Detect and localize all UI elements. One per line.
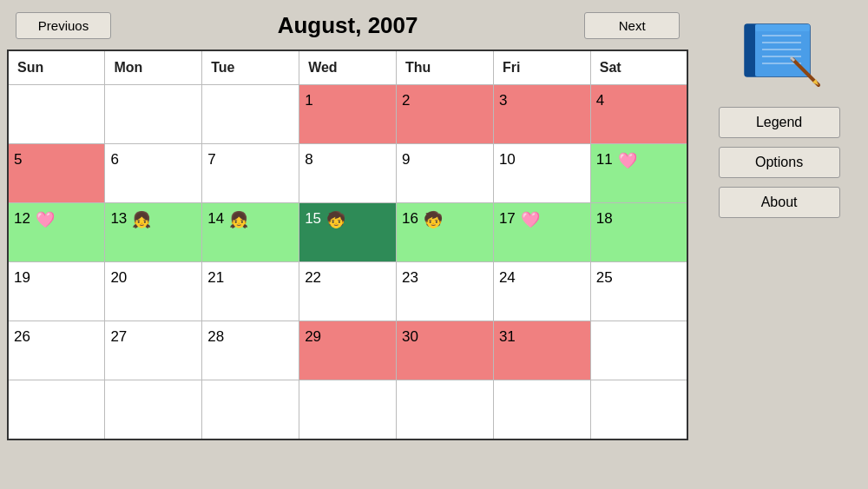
day-number: 3: [499, 92, 507, 109]
calendar-cell[interactable]: 4: [590, 85, 687, 144]
calendar-cell[interactable]: 14👧: [202, 203, 299, 262]
calendar-cell[interactable]: [202, 85, 299, 144]
month-title: August, 2007: [278, 12, 418, 39]
calendar-cell[interactable]: [299, 380, 397, 439]
calendar-table: Sun Mon Tue Wed Thu Fri Sat 123456789101…: [7, 50, 688, 440]
day-number: 27: [110, 328, 127, 346]
day-number: 10: [499, 151, 516, 169]
calendar-cell[interactable]: 6: [105, 144, 202, 203]
calendar-cell[interactable]: [202, 380, 299, 439]
girl-icon: 👧: [132, 210, 151, 229]
calendar-row: 1234: [8, 85, 687, 144]
day-number: 22: [305, 269, 321, 287]
day-number: 9: [402, 151, 410, 169]
calendar-cell[interactable]: [8, 85, 105, 144]
day-number: 13: [110, 210, 127, 228]
calendar-cell[interactable]: 28: [202, 321, 299, 380]
day-number: 28: [207, 328, 224, 346]
day-number: 25: [596, 269, 613, 287]
weekday-header-row: Sun Mon Tue Wed Thu Fri Sat: [8, 50, 687, 85]
calendar-cell[interactable]: 30: [397, 321, 494, 380]
header-fri: Fri: [493, 50, 590, 85]
calendar-cell[interactable]: 12🩷: [8, 203, 105, 262]
calendar-header: Previuos August, 2007 Next: [7, 7, 688, 44]
day-number: 4: [596, 92, 604, 109]
book-icon: [736, 11, 823, 89]
day-number: 1: [305, 92, 312, 109]
legend-button[interactable]: Legend: [719, 107, 840, 138]
calendar-cell[interactable]: [590, 380, 687, 439]
calendar-cell[interactable]: 27: [105, 321, 202, 380]
calendar-cell[interactable]: [590, 321, 687, 380]
calendar-cell[interactable]: 1: [299, 85, 397, 144]
day-number: 16: [402, 210, 418, 228]
day-number: 12: [14, 210, 30, 228]
boy-icon: 🧒: [424, 210, 443, 229]
calendar-cell[interactable]: 16🧒: [397, 203, 494, 262]
day-number: 26: [14, 328, 30, 346]
sidebar: Legend Options About: [697, 7, 861, 482]
options-button[interactable]: Options: [719, 147, 840, 178]
calendar-cell[interactable]: 3: [493, 85, 590, 144]
calendar-cell[interactable]: 18: [590, 203, 687, 262]
header-sat: Sat: [590, 50, 687, 85]
calendar-cell[interactable]: 5: [8, 144, 105, 203]
about-button[interactable]: About: [719, 187, 840, 218]
calendar-cell[interactable]: 21: [202, 262, 299, 321]
calendar-cell[interactable]: 2: [397, 85, 494, 144]
day-number: 14: [207, 210, 224, 228]
calendar-row: 262728293031: [8, 321, 687, 380]
calendar-row: 12🩷13👧14👧15🧒16🧒17🩷18: [8, 203, 687, 262]
calendar-cell[interactable]: 8: [299, 144, 397, 203]
calendar-cell[interactable]: 19: [8, 262, 105, 321]
header-tue: Tue: [202, 50, 299, 85]
calendar-cell[interactable]: 25: [590, 262, 687, 321]
day-number: 19: [14, 269, 30, 287]
day-number: 6: [110, 151, 118, 169]
day-number: 30: [402, 328, 418, 346]
calendar-cell[interactable]: [397, 380, 494, 439]
calendar-cell[interactable]: 13👧: [105, 203, 202, 262]
prev-button[interactable]: Previuos: [16, 12, 111, 39]
calendar-cell[interactable]: 22: [299, 262, 397, 321]
calendar-cell[interactable]: 26: [8, 321, 105, 380]
calendar-cell[interactable]: 23: [397, 262, 494, 321]
calendar-cell[interactable]: 24: [493, 262, 590, 321]
header-thu: Thu: [397, 50, 494, 85]
calendar-cell[interactable]: [493, 380, 590, 439]
calendar-cell[interactable]: 17🩷: [493, 203, 590, 262]
girl-icon: 👧: [229, 210, 248, 229]
heart-icon: 🩷: [618, 151, 637, 170]
heart-icon: 🩷: [521, 210, 540, 229]
svg-rect-11: [755, 24, 810, 31]
day-number: 17: [499, 210, 516, 228]
calendar-section: Previuos August, 2007 Next Sun Mon Tue W…: [7, 7, 688, 482]
calendar-row: 19202122232425: [8, 262, 687, 321]
calendar-cell[interactable]: [105, 380, 202, 439]
calendar-cell[interactable]: 20: [105, 262, 202, 321]
calendar-cell[interactable]: 31: [493, 321, 590, 380]
calendar-cell[interactable]: 7: [202, 144, 299, 203]
day-number: 8: [305, 151, 312, 169]
next-button[interactable]: Next: [584, 12, 680, 39]
day-number: 20: [110, 269, 127, 287]
day-number: 5: [14, 151, 22, 169]
header-wed: Wed: [299, 50, 397, 85]
header-sun: Sun: [8, 50, 105, 85]
calendar-cell[interactable]: [105, 85, 202, 144]
calendar-cell[interactable]: 10: [493, 144, 590, 203]
calendar-cell[interactable]: [8, 380, 105, 439]
calendar-cell[interactable]: 29: [299, 321, 397, 380]
day-number: 2: [402, 92, 410, 109]
svg-rect-1: [745, 24, 755, 76]
day-number: 18: [596, 210, 613, 228]
calendar-cell[interactable]: 11🩷: [590, 144, 687, 203]
day-number: 24: [499, 269, 516, 287]
calendar-cell[interactable]: 9: [397, 144, 494, 203]
app-container: Previuos August, 2007 Next Sun Mon Tue W…: [7, 7, 861, 482]
calendar-cell[interactable]: 15🧒: [299, 203, 397, 262]
day-number: 15: [305, 210, 321, 228]
boy-icon: 🧒: [326, 210, 345, 229]
day-number: 31: [499, 328, 516, 346]
day-number: 11: [596, 151, 613, 169]
